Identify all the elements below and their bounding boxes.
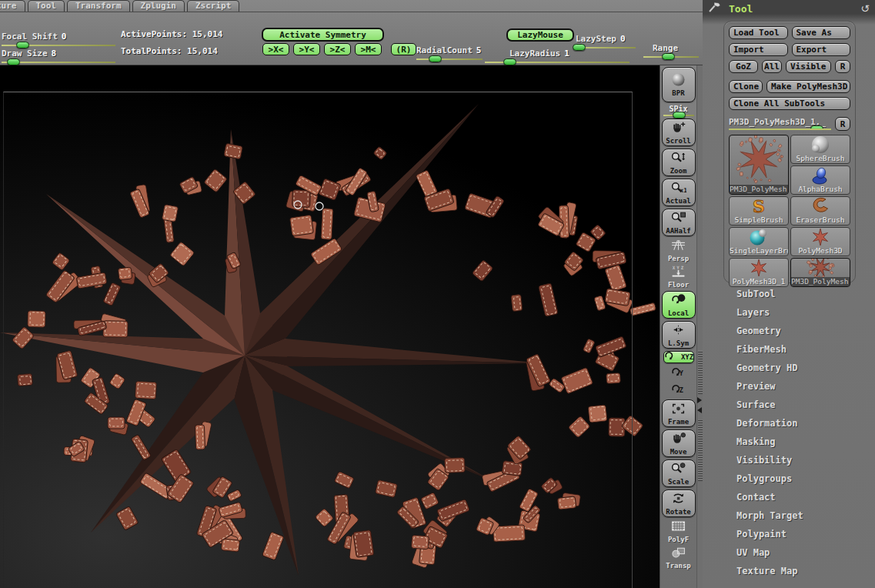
shelf-polyf-button[interactable]: PolyF (668, 520, 689, 543)
draw-size-knob[interactable] (7, 58, 20, 65)
radial-count-knob[interactable] (429, 55, 442, 62)
poly-grid-icon (670, 520, 686, 536)
subpalette-subtool[interactable]: SubTool (703, 285, 875, 303)
symmetry-axis-button-0[interactable]: >X< (262, 43, 289, 55)
make-polymesh3d-button[interactable]: Make PolyMesh3D (766, 80, 850, 93)
menu-tabs: tureToolTransformZpluginZscript (0, 0, 703, 12)
tray-close-icon[interactable] (697, 407, 702, 413)
tool-thumbnail-pm3d_polymesh[interactable]: PM3D_PolyMesh: (729, 135, 789, 195)
draw-size-slider[interactable]: Draw Size8 (2, 45, 115, 63)
shelf-rotate-button[interactable]: Rotate (662, 489, 696, 517)
lazy-step-label: LazyStep (576, 34, 616, 44)
tray-divider[interactable] (696, 65, 703, 588)
subpalette-polygroups[interactable]: Polygroups (703, 469, 875, 488)
radial-count-track[interactable] (416, 58, 483, 60)
shelf-actual-button[interactable]: x1Actual (662, 179, 696, 206)
all-button[interactable]: All (762, 60, 782, 73)
menu-tab-transform[interactable]: Transform (67, 0, 130, 12)
activate-symmetry-button[interactable]: Activate Symmetry (262, 28, 384, 42)
visible-button[interactable]: Visible (786, 60, 831, 73)
shelf-scale-button[interactable]: Scale (662, 459, 696, 487)
import-button[interactable]: Import (729, 43, 788, 56)
menu-tab-zscript[interactable]: Zscript (187, 0, 239, 12)
tool-r-button[interactable]: R (835, 117, 850, 131)
subpalette-deformation[interactable]: Deformation (703, 414, 875, 433)
tool-palette-header[interactable]: Tool ↺ (703, 0, 875, 17)
r-button[interactable]: R (835, 60, 850, 73)
active-tool-name[interactable]: PM3D_PolyMesh3D_1._ (729, 117, 831, 130)
subpalette-geometry[interactable]: Geometry (703, 322, 875, 340)
symmetry-axis-button-3[interactable]: >M< (355, 43, 382, 55)
menu-tab-ture[interactable]: ture (0, 0, 25, 12)
subpalette-masking[interactable]: Masking (703, 433, 875, 451)
right-shelf-toolbar: BPRSPixScrollZoomx1ActualAAHalfPerspXYZF… (660, 65, 696, 588)
shelf-transp-button[interactable]: Transp (666, 546, 691, 570)
shelf-xyz-button[interactable]: XYZ (663, 351, 694, 363)
tool-thumbnail-singlelayerbrush[interactable]: SingleLayerBrush (729, 227, 789, 256)
tray-open-icon[interactable] (697, 397, 702, 403)
tool-thumbnail-simplebrush[interactable]: SSimpleBrush (729, 196, 789, 226)
tool-thumbnails-grid: PM3D_PolyMesh:SphereBrushAlphaBrushSSimp… (729, 135, 850, 287)
subpalette-fibermesh[interactable]: FiberMesh (703, 340, 875, 359)
button-label: Transp (666, 562, 691, 570)
symmetry-axis-button-2[interactable]: >Z< (324, 43, 351, 55)
shelf-rot-z-button[interactable]: Z (670, 383, 686, 397)
focal-shift-slider[interactable]: Focal Shift0 (2, 28, 115, 46)
button-label: Scale (668, 478, 689, 486)
tool-thumbnail-polymesh3d[interactable]: PolyMesh3D (790, 227, 850, 256)
subpalette-surface[interactable]: Surface (703, 396, 875, 414)
goz-button[interactable]: GoZ (729, 60, 758, 73)
subpalette-layers[interactable]: Layers (703, 303, 875, 322)
symmetry-axis-button-1[interactable]: >Y< (293, 43, 320, 55)
shelf-lsym-button[interactable]: L.Sym (662, 321, 696, 349)
shelf-floor-button[interactable]: XYZFloor (668, 265, 689, 289)
history-reset-icon[interactable]: ↺ (860, 3, 870, 14)
menu-tab-zplugin[interactable]: Zplugin (132, 0, 185, 12)
lazy-radius-knob[interactable] (503, 58, 516, 65)
tool-thumbnail-pm3d_polymesh[interactable]: PM3D_PolyMesh: (790, 258, 850, 287)
export-button[interactable]: Export (792, 43, 851, 56)
shelf-move-button[interactable]: Move (662, 429, 696, 457)
clone-all-subtools-button[interactable]: Clone All SubTools (729, 97, 850, 110)
shelf-persp-button[interactable]: Persp (668, 239, 689, 262)
radial-count-slider[interactable]: RadialCount5 (416, 42, 483, 60)
shelf-scroll-button[interactable]: Scroll (662, 119, 696, 146)
lazy-radius-track[interactable] (485, 62, 630, 63)
load-tool-button[interactable]: Load Tool (729, 26, 788, 39)
rotate-arc-icon: Y (670, 366, 686, 380)
symmetry-axis-button-4[interactable]: (R) (391, 43, 416, 55)
shelf-rot-y-button[interactable]: Y (670, 366, 686, 380)
subpalette-preview[interactable]: Preview (703, 377, 875, 396)
subpalette-texture-map[interactable]: Texture Map (703, 562, 875, 580)
menu-tab-tool[interactable]: Tool (28, 0, 65, 12)
lazymouse-button[interactable]: LazyMouse (506, 28, 574, 42)
subpalette-visibility[interactable]: Visibility (703, 451, 875, 469)
hand-move-icon (670, 121, 686, 137)
subpalette-polypaint[interactable]: Polypaint (703, 525, 875, 543)
viewport-canvas[interactable] (0, 65, 660, 588)
subpalette-morph-target[interactable]: Morph Target (703, 506, 875, 525)
subpalette-contact[interactable]: Contact (703, 488, 875, 506)
tool-thumbnail-spherebrush[interactable]: SphereBrush (790, 135, 850, 164)
tool-thumbnail-eraserbrush[interactable]: EraserBrush (790, 196, 850, 226)
range-slider[interactable]: Range (643, 39, 699, 58)
range-knob[interactable] (662, 53, 675, 60)
shelf-frame-button[interactable]: Frame (662, 399, 696, 427)
shelf-local-button[interactable]: Local (662, 291, 696, 319)
tool-name-knob[interactable] (810, 125, 823, 130)
shelf-spix-button[interactable]: SPix (662, 105, 696, 116)
lazy-radius-slider[interactable]: LazyRadius1 (485, 45, 630, 63)
shelf-bpr-button[interactable]: BPR (662, 67, 696, 102)
shelf-zoom-button[interactable]: Zoom (662, 149, 696, 176)
clone-button[interactable]: Clone (729, 80, 763, 93)
range-track[interactable] (643, 56, 699, 58)
draw-size-track[interactable] (2, 62, 115, 63)
button-label: Scroll (666, 137, 691, 145)
spix-knob[interactable] (673, 112, 686, 119)
tool-thumbnail-alphabrush[interactable]: AlphaBrush (790, 165, 850, 195)
shelf-aahalf-button[interactable]: AAHalf (662, 209, 696, 236)
tool-thumbnail-polymesh3d_1[interactable]: PolyMesh3D_1 (729, 258, 789, 287)
subpalette-geometry-hd[interactable]: Geometry HD (703, 359, 875, 377)
save-as-button[interactable]: Save As (792, 26, 851, 39)
subpalette-uv-map[interactable]: UV Map (703, 543, 875, 562)
